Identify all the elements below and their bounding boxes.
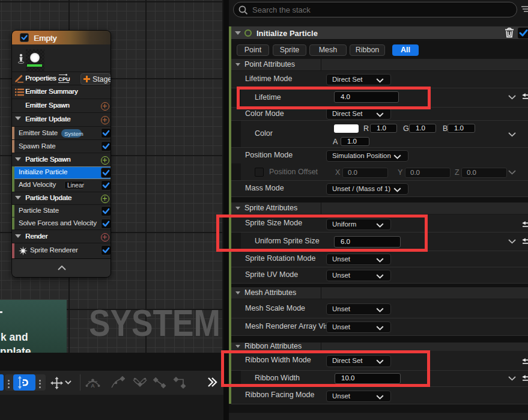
svg-text:A: A bbox=[91, 383, 95, 389]
